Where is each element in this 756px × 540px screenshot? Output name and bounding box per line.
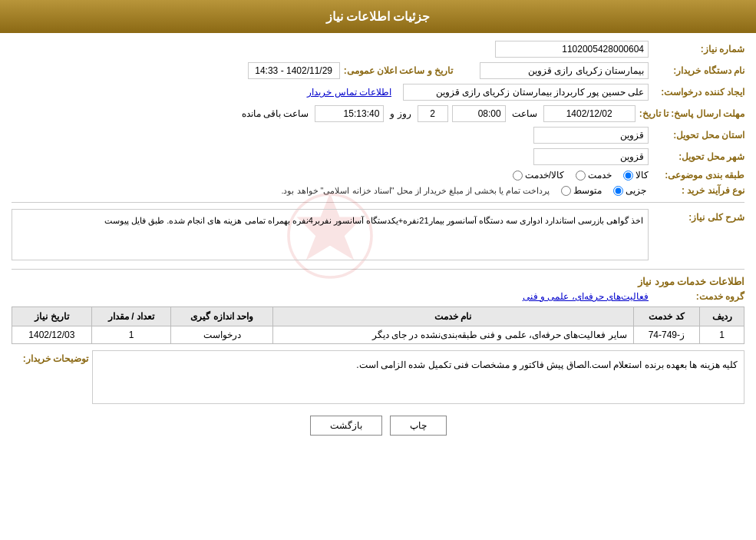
- radio-partial[interactable]: [613, 186, 623, 196]
- cell-count: 1: [91, 326, 171, 343]
- table-header: ردیف کد خدمت نام خدمت واحد اندازه گیری ت…: [12, 306, 744, 326]
- radio-service-item: خدمت: [576, 170, 612, 181]
- deadline-label: مهلت ارسال پاسخ: تا تاریخ:: [639, 108, 744, 119]
- radio-goods-service-item: کالا/خدمت: [513, 170, 564, 181]
- buyer-date-row: نام دستگاه خریدار: تاریخ و ساعت اعلان عم…: [12, 62, 744, 79]
- radio-service-label: خدمت: [588, 170, 612, 181]
- col-unit: واحد اندازه گیری: [171, 306, 273, 326]
- city-label: شهر محل تحویل:: [652, 151, 744, 162]
- date-label: تاریخ و ساعت اعلان عمومی:: [344, 65, 453, 76]
- need-number-row: شماره نیاز:: [12, 41, 744, 58]
- col-count: تعداد / مقدار: [91, 306, 171, 326]
- buyer-name-label: نام دستگاه خریدار:: [652, 65, 744, 76]
- city-input[interactable]: [533, 148, 649, 165]
- col-service-name: نام خدمت: [273, 306, 634, 326]
- city-row: شهر محل تحویل:: [12, 148, 744, 165]
- date-input[interactable]: [248, 62, 340, 79]
- buyer-notes-text: کلیه هزینه ها بعهده برنده استعلام است.ال…: [356, 359, 738, 370]
- need-desc-row: شرح کلی نیاز:: [12, 209, 744, 263]
- deadline-time-input[interactable]: [452, 105, 506, 122]
- table-header-row: ردیف کد خدمت نام خدمت واحد اندازه گیری ت…: [12, 306, 744, 326]
- creator-label: ایجاد کننده درخواست:: [652, 87, 744, 98]
- deadline-remain-label: ساعت باقی مانده: [242, 108, 309, 119]
- service-group-label: گروه خدمت:: [652, 291, 744, 302]
- table-body: 1ز-749-74سایر فعالیت‌های حرفه‌ای، علمی و…: [12, 326, 744, 343]
- cell-row-num: 1: [700, 326, 744, 343]
- col-service-code: کد خدمت: [633, 306, 700, 326]
- service-group-value[interactable]: فعالیت‌های حرفه‌ای، علمی و فنی: [523, 291, 649, 302]
- province-input[interactable]: [533, 127, 649, 144]
- province-row: استان محل تحویل:: [12, 127, 744, 144]
- services-title: اطلاعات خدمات مورد نیاز: [12, 276, 744, 287]
- print-button[interactable]: چاپ: [390, 416, 447, 436]
- buyer-notes-row: کلیه هزینه ها بعهده برنده استعلام است.ال…: [12, 350, 744, 404]
- cell-date: 1402/12/03: [12, 326, 92, 343]
- need-number-input[interactable]: [495, 41, 649, 58]
- col-row-num: ردیف: [700, 306, 744, 326]
- radio-medium-label: متوسط: [573, 185, 602, 196]
- col-date: تاریخ نیاز: [12, 306, 92, 326]
- need-desc-textarea[interactable]: [12, 209, 649, 260]
- deadline-remain-input[interactable]: [315, 105, 384, 122]
- creator-row: ایجاد کننده درخواست: اطلاعات تماس خریدار: [12, 84, 744, 101]
- contact-link[interactable]: اطلاعات تماس خریدار: [307, 87, 391, 98]
- deadline-days-label: روز و: [390, 108, 411, 119]
- radio-goods-label: کالا: [636, 170, 649, 181]
- deadline-row: مهلت ارسال پاسخ: تا تاریخ: ساعت روز و سا…: [12, 105, 744, 122]
- service-group-row: گروه خدمت: فعالیت‌های حرفه‌ای، علمی و فن…: [12, 291, 744, 302]
- radio-goods[interactable]: [623, 171, 633, 181]
- category-radio-group: کالا/خدمت خدمت کالا: [513, 170, 649, 181]
- deadline-days-input[interactable]: [418, 105, 448, 122]
- radio-medium-item: متوسط: [561, 185, 602, 196]
- creator-input[interactable]: [403, 84, 649, 101]
- page-header: جزئیات اطلاعات نیاز: [0, 0, 756, 33]
- province-label: استان محل تحویل:: [652, 130, 744, 141]
- buyer-notes-label: توضیحات خریدار:: [12, 350, 88, 364]
- process-label: نوع فرآیند خرید :: [652, 185, 744, 196]
- radio-goods-service[interactable]: [513, 171, 523, 181]
- radio-partial-label: جزیی: [626, 185, 646, 196]
- radio-goods-item: کالا: [623, 170, 649, 181]
- process-row: نوع فرآیند خرید : پرداخت تمام یا بخشی از…: [12, 185, 744, 196]
- radio-partial-item: جزیی: [613, 185, 646, 196]
- radio-goods-service-label: کالا/خدمت: [525, 170, 564, 181]
- divider-1: [12, 202, 744, 203]
- buyer-name-input[interactable]: [480, 62, 649, 79]
- deadline-date-input[interactable]: [543, 105, 636, 122]
- deadline-time-label: ساعت: [512, 108, 537, 119]
- cell-unit: درخواست: [171, 326, 273, 343]
- need-desc-label: شرح کلی نیاز:: [652, 209, 744, 223]
- divider-2: [12, 269, 744, 270]
- cell-code: ز-749-74: [633, 326, 700, 343]
- category-row: طبقه بندی موضوعی: کالا/خدمت خدمت کالا: [12, 170, 744, 181]
- main-content: شماره نیاز: نام دستگاه خریدار: تاریخ و س…: [0, 33, 756, 455]
- radio-service[interactable]: [576, 171, 586, 181]
- need-number-label: شماره نیاز:: [652, 44, 744, 55]
- cell-name: سایر فعالیت‌های حرفه‌ای، علمی و فنی طبقه…: [273, 326, 634, 343]
- need-desc-container: [12, 209, 649, 263]
- radio-medium[interactable]: [561, 186, 571, 196]
- page-container: جزئیات اطلاعات نیاز شماره نیاز: نام دستگ…: [0, 0, 756, 540]
- category-label: طبقه بندی موضوعی:: [652, 170, 744, 181]
- table-row: 1ز-749-74سایر فعالیت‌های حرفه‌ای، علمی و…: [12, 326, 744, 343]
- buyer-notes-box: کلیه هزینه ها بعهده برنده استعلام است.ال…: [92, 350, 744, 404]
- header-title: جزئیات اطلاعات نیاز: [326, 10, 431, 23]
- back-button[interactable]: بازگشت: [310, 416, 382, 436]
- services-table: ردیف کد خدمت نام خدمت واحد اندازه گیری ت…: [12, 306, 744, 344]
- buttons-row: چاپ بازگشت: [12, 416, 744, 447]
